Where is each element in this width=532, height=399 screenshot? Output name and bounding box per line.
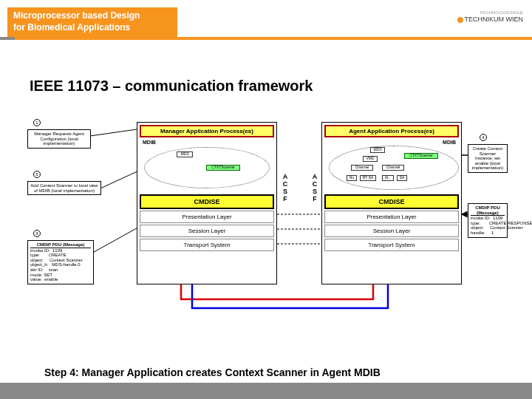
- agent-vmd-box: VMD: [363, 156, 378, 162]
- manager-ctx-scanner-box: CTXTScanner: [206, 165, 240, 171]
- agent-mdib-label: MDIB: [443, 140, 456, 145]
- manager-mdib-area: MDIB MDS CTXTScanner: [140, 140, 274, 193]
- manager-acsf-label: ACSF: [281, 174, 290, 203]
- manager-stack: Manager Application Process(es) MDIB MDS…: [137, 122, 277, 284]
- agent-rtsa: RT-SA: [360, 175, 376, 181]
- agent-acsf-label: ACSF: [310, 174, 319, 203]
- manager-session-layer: Session Layer: [140, 225, 274, 237]
- framework-diagram: Manager Application Process(es) MDIB MDS…: [26, 115, 506, 344]
- course-title-box: Microprocessor based Design for Biomedic…: [7, 7, 177, 37]
- manager-title: Manager Application Process(es): [140, 125, 274, 137]
- agent-transport-layer: Transport System: [324, 239, 459, 251]
- agent-mdib-area: MDIB MDS VMD CTXTScanner Channel Channel…: [324, 140, 459, 193]
- agent-nu: Nu: [347, 175, 357, 181]
- page-title: IEEE 11073 – communication framework: [30, 78, 313, 95]
- agent-cmdise-layer: CMDISE: [324, 194, 459, 209]
- note-4-box: Create Context Scanner Instance, set ena…: [468, 144, 508, 173]
- agent-channel-b: Channel: [382, 165, 404, 171]
- manager-mdib-label: MDIB: [143, 140, 156, 145]
- manager-presentation-layer: Presentation Layer: [140, 211, 274, 223]
- agent-presentation-layer: Presentation Layer: [324, 211, 459, 223]
- logo: FACHHOCHSCHULE TECHNIKUM WIEN: [457, 10, 524, 24]
- manager-mds-box: MDS: [177, 151, 193, 157]
- svg-line-5: [85, 129, 137, 137]
- manager-cmdise-layer: CMDISE: [140, 194, 274, 209]
- logo-text: TECHNIKUM WIEN: [465, 16, 524, 23]
- agent-session-layer: Session Layer: [324, 225, 459, 237]
- slide-footer: [0, 383, 532, 399]
- logo-dot-icon: [457, 17, 463, 23]
- agent-sa: SA: [397, 175, 407, 181]
- note-1-box: Manager Requests Agent Configuration (lo…: [27, 129, 91, 149]
- agent-mds-box: MDS: [370, 147, 385, 153]
- note-5-box: Add Context Scanner to local view of MDI…: [27, 181, 101, 195]
- logo-tagline: FACHHOCHSCHULE: [457, 10, 524, 16]
- note-3-title: CMDIP PDU (Message): [30, 242, 91, 248]
- manager-transport-layer: Transport System: [140, 239, 274, 251]
- note-1-circle: 1: [33, 119, 41, 126]
- course-line-1: Microprocessor based Design: [13, 10, 171, 22]
- note-5-circle: 5: [33, 171, 41, 178]
- note-4-circle: 4: [480, 134, 487, 141]
- header-stripe: [0, 37, 532, 40]
- note-6-body: invoke ID: 1109 type: CREATE RESPONSE ob…: [471, 216, 505, 235]
- agent-title: Agent Application Process(es): [324, 125, 459, 137]
- slide-header: Microprocessor based Design for Biomedic…: [0, 0, 532, 44]
- note-6-title: CMDIP PDU (Message): [471, 205, 505, 216]
- agent-stack: Agent Application Process(es) MDIB MDS V…: [321, 122, 462, 284]
- agent-channel-a: Channel: [351, 165, 373, 171]
- note-3-body: invoke ID: 1109 type: CREATE object: Con…: [30, 248, 91, 282]
- note-6-box: CMDIP PDU (Message) invoke ID: 1109 type…: [468, 203, 508, 238]
- course-line-2: for Biomedical Applications: [13, 22, 171, 34]
- note-3-box: CMDIP PDU (Message) invoke ID: 1109 type…: [27, 240, 94, 284]
- slide-caption: Step 4: Manager Application creates Cont…: [44, 366, 381, 378]
- agent-al: Al...: [382, 175, 394, 181]
- agent-ctx-scanner-box: CTXTScanner: [404, 153, 438, 159]
- note-3-circle: 3: [33, 230, 41, 237]
